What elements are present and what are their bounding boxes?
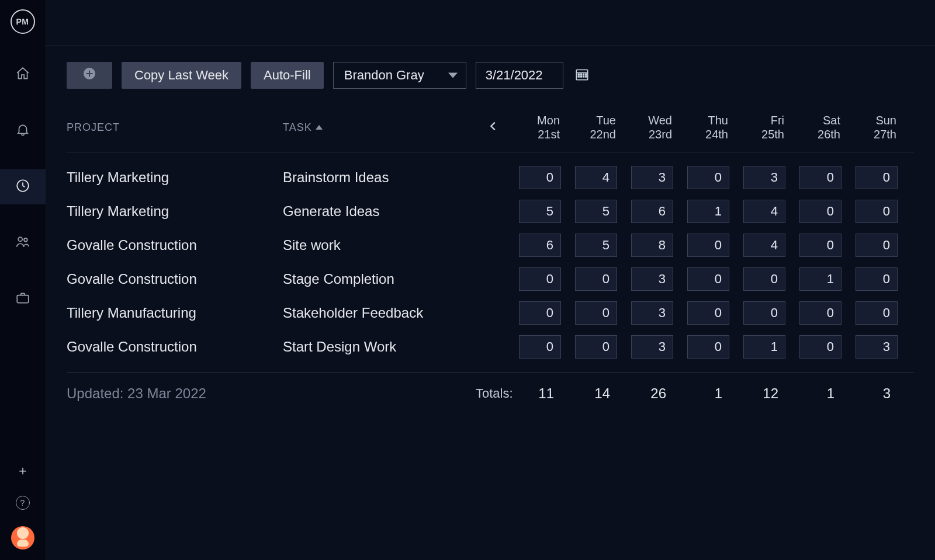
sidebar-item-team[interactable] [0, 225, 46, 260]
day-header-dow: Thu [679, 113, 728, 127]
hour-input[interactable]: 0 [519, 301, 561, 325]
task-cell: Stakeholder Feedback [283, 305, 476, 321]
day-header-dow: Sun [847, 113, 896, 127]
hour-input[interactable]: 0 [799, 234, 842, 257]
svg-rect-3 [17, 295, 29, 303]
hour-input[interactable]: 3 [631, 335, 673, 359]
hour-input[interactable]: 0 [799, 335, 842, 359]
task-cell: Site work [283, 237, 476, 253]
project-cell: Govalle Construction [67, 271, 283, 287]
total-value: 1 [791, 385, 847, 402]
hour-input[interactable]: 4 [743, 234, 785, 257]
task-cell: Stage Completion [283, 271, 476, 287]
hour-input[interactable]: 0 [687, 301, 729, 325]
hour-input[interactable]: 5 [519, 200, 561, 223]
hour-input[interactable]: 0 [575, 267, 617, 291]
table-row: Govalle ConstructionStart Design Work003… [67, 330, 914, 364]
svg-point-1 [18, 237, 22, 241]
people-icon [15, 234, 30, 252]
hour-input[interactable]: 0 [687, 234, 729, 257]
hour-input[interactable]: 5 [575, 200, 617, 223]
day-header: Fri25th [735, 113, 791, 141]
hour-input[interactable]: 0 [575, 301, 617, 325]
hour-input[interactable]: 0 [519, 267, 561, 291]
table-body: Tillery MarketingBrainstorm Ideas0430300… [67, 152, 914, 373]
hour-input[interactable]: 0 [799, 200, 842, 223]
sidebar-item-notifications[interactable] [0, 113, 46, 148]
day-header: Tue22nd [567, 113, 623, 141]
hour-input[interactable]: 0 [687, 335, 729, 359]
hour-input[interactable]: 3 [631, 267, 673, 291]
svg-point-2 [24, 238, 27, 242]
svg-rect-16 [585, 76, 586, 77]
table-row: Govalle ConstructionStage Completion0030… [67, 262, 914, 296]
briefcase-icon [15, 290, 30, 308]
chevron-left-icon [487, 120, 500, 135]
project-cell: Tillery Marketing [67, 203, 283, 220]
task-cell: Brainstorm Ideas [283, 169, 476, 186]
hour-input[interactable]: 3 [743, 166, 785, 189]
hour-input[interactable]: 4 [743, 200, 785, 223]
table-header: PROJECT TASK Mon21stTue22ndWed23rdThu24t… [67, 106, 914, 152]
hour-input[interactable]: 3 [631, 166, 673, 189]
toolbar: Copy Last Week Auto-Fill Brandon Gray 3/… [67, 62, 914, 89]
hour-input[interactable]: 0 [687, 166, 729, 189]
hour-input[interactable]: 3 [631, 301, 673, 325]
hour-input[interactable]: 0 [856, 234, 898, 257]
day-header-dow: Fri [735, 113, 784, 127]
chevron-down-icon [448, 73, 458, 78]
column-header-task[interactable]: TASK [283, 121, 476, 134]
sidebar-item-time[interactable] [0, 169, 46, 204]
add-entry-button[interactable] [67, 62, 112, 89]
hour-input[interactable]: 0 [856, 200, 898, 223]
totals-row: Updated: 23 Mar 2022 Totals: 11142611213 [67, 373, 914, 402]
day-header-date: 23rd [623, 127, 672, 141]
week-date-input[interactable]: 3/21/2022 [476, 62, 563, 89]
hour-input[interactable]: 8 [631, 234, 673, 257]
prev-week-button[interactable] [476, 120, 511, 135]
date-value: 3/21/2022 [486, 68, 543, 83]
hour-input[interactable]: 0 [519, 166, 561, 189]
sidebar-item-work[interactable] [0, 281, 46, 316]
svg-rect-9 [578, 74, 579, 75]
help-button[interactable]: ? [16, 496, 30, 510]
hour-input[interactable]: 6 [519, 234, 561, 257]
hour-input[interactable]: 4 [575, 166, 617, 189]
day-header-dow: Wed [623, 113, 672, 127]
hour-input[interactable]: 0 [799, 166, 842, 189]
hour-input[interactable]: 0 [743, 301, 785, 325]
hour-input[interactable]: 0 [687, 267, 729, 291]
hour-input[interactable]: 0 [856, 166, 898, 189]
column-header-project[interactable]: PROJECT [67, 121, 283, 134]
auto-fill-button[interactable]: Auto-Fill [251, 62, 324, 89]
app-logo: PM [11, 9, 35, 34]
add-button[interactable]: ＋ [16, 462, 29, 479]
total-value: 1 [679, 385, 735, 402]
day-header: Wed23rd [623, 113, 679, 141]
calendar-button[interactable] [573, 66, 591, 85]
hour-input[interactable]: 0 [856, 267, 898, 291]
bell-icon [15, 122, 30, 140]
hour-input[interactable]: 6 [631, 200, 673, 223]
updated-label: Updated: 23 Mar 2022 [67, 385, 283, 402]
total-value: 3 [847, 385, 903, 402]
sidebar-item-home[interactable] [0, 57, 46, 92]
hour-input[interactable]: 3 [856, 335, 898, 359]
hour-input[interactable]: 1 [687, 200, 729, 223]
sidebar-nav [0, 57, 45, 316]
hour-input[interactable]: 1 [743, 335, 785, 359]
sidebar-bottom: ＋ ? [0, 462, 45, 560]
hour-input[interactable]: 0 [856, 301, 898, 325]
copy-last-week-button[interactable]: Copy Last Week [122, 62, 241, 89]
hour-input[interactable]: 0 [799, 301, 842, 325]
hour-input[interactable]: 5 [575, 234, 617, 257]
hour-input[interactable]: 0 [575, 335, 617, 359]
total-value: 11 [511, 385, 567, 402]
user-avatar[interactable] [11, 526, 34, 549]
hour-input[interactable]: 0 [519, 335, 561, 359]
hour-input[interactable]: 0 [743, 267, 785, 291]
hour-input[interactable]: 1 [799, 267, 842, 291]
svg-rect-12 [585, 74, 586, 75]
project-cell: Govalle Construction [67, 339, 283, 355]
user-select[interactable]: Brandon Gray [333, 62, 466, 89]
